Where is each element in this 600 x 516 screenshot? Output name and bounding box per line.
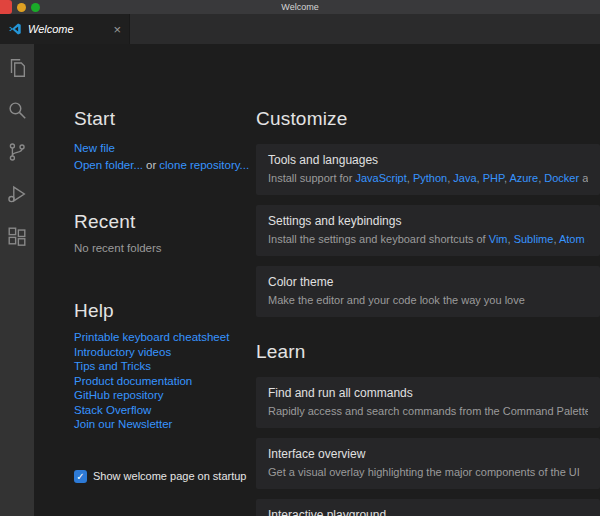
text-segment: a... [585,233,588,245]
text-segment: an... [579,172,588,184]
tab-welcome[interactable]: Welcome × [0,14,130,44]
titlebar: Welcome [0,0,600,14]
card-description: Rapidly access and search commands from … [268,404,588,418]
card-interactive-playground[interactable]: Interactive playground Try out essential… [256,499,600,516]
customize-heading: Customize [256,108,600,130]
startup-option: ✓ Show welcome page on startup [74,470,256,483]
inline-link[interactable]: Vim [489,233,508,245]
activity-bar [0,44,34,516]
card-find-run-commands[interactable]: Find and run all commands Rapidly access… [256,377,600,428]
new-file-link[interactable]: New file [74,140,115,156]
no-recent-folders-text: No recent folders [74,242,256,254]
search-icon [6,99,28,121]
text-segment: Install the settings and keyboard shortc… [268,233,489,245]
source-control-button[interactable] [5,140,29,164]
help-link-github-repository[interactable]: GitHub repository [74,389,256,403]
inline-link[interactable]: Atom [559,233,585,245]
search-button[interactable] [5,98,29,122]
help-link-keyboard-cheatsheet[interactable]: Printable keyboard cheatsheet [74,331,256,345]
open-folder-link[interactable]: Open folder... [74,157,143,173]
card-title: Interface overview [268,447,588,461]
tab-close-icon[interactable]: × [113,23,121,36]
help-link-product-documentation[interactable]: Product documentation [74,375,256,389]
help-link-join-newsletter[interactable]: Join our Newsletter [74,418,256,432]
show-welcome-checkbox[interactable]: ✓ [74,470,87,483]
card-title: Settings and keybindings [268,214,588,228]
inline-link[interactable]: Java [453,172,476,184]
help-link-tips-and-tricks[interactable]: Tips and Tricks [74,360,256,374]
show-welcome-label: Show welcome page on startup [93,470,246,482]
card-title: Interactive playground [268,508,588,516]
card-description: Install the settings and keyboard shortc… [268,232,588,246]
inline-link[interactable]: Azure [509,172,538,184]
inline-link[interactable]: Sublime [514,233,554,245]
card-interface-overview[interactable]: Interface overview Get a visual overlay … [256,438,600,489]
inline-link[interactable]: Python [413,172,447,184]
card-title: Tools and languages [268,153,588,167]
vscode-logo-icon [8,22,22,36]
card-title: Color theme [268,275,588,289]
explorer-icon [6,57,28,79]
close-window-button[interactable] [0,0,12,14]
minimize-window-button[interactable] [17,3,26,12]
start-heading: Start [74,108,256,130]
vscode-window: Welcome Welcome × [0,0,600,516]
window-title: Welcome [0,0,600,14]
card-description: Get a visual overlay highlighting the ma… [268,465,588,479]
card-settings-and-keybindings[interactable]: Settings and keybindings Install the set… [256,205,600,256]
card-tools-and-languages[interactable]: Tools and languages Install support for … [256,144,600,195]
welcome-left-column: Start New file Open folder...orclone rep… [74,108,256,516]
card-description: Make the editor and your code look the w… [268,293,588,307]
card-title: Find and run all commands [268,386,588,400]
tab-label: Welcome [28,23,74,35]
help-link-introductory-videos[interactable]: Introductory videos [74,346,256,360]
card-description: Install support for JavaScript, Python, … [268,171,588,185]
card-color-theme[interactable]: Color theme Make the editor and your cod… [256,266,600,317]
welcome-page: Start New file Open folder...orclone rep… [34,44,600,516]
text-segment: Make the editor and your code look the w… [268,294,525,306]
inline-link[interactable]: Docker [544,172,579,184]
learn-heading: Learn [256,341,600,363]
or-text: or [146,159,156,171]
extensions-icon [6,225,28,247]
zoom-window-button[interactable] [31,3,40,12]
welcome-right-column: Customize Tools and languages Install su… [256,108,600,516]
text-segment: Install support for [268,172,355,184]
recent-heading: Recent [74,211,256,233]
source-control-icon [6,141,28,163]
run-debug-button[interactable] [5,182,29,206]
inline-link[interactable]: PHP [483,172,504,184]
text-segment: Rapidly access and search commands from … [268,405,588,417]
inline-link[interactable]: JavaScript [355,172,406,184]
window-controls [0,0,40,14]
clone-repository-link[interactable]: clone repository... [159,157,249,173]
help-heading: Help [74,300,256,322]
text-segment: Get a visual overlay highlighting the ma… [268,466,580,478]
workbench: Start New file Open folder...orclone rep… [0,44,600,516]
help-link-stack-overflow[interactable]: Stack Overflow [74,404,256,418]
tab-bar: Welcome × [0,14,600,44]
extensions-button[interactable] [5,224,29,248]
explorer-button[interactable] [5,56,29,80]
run-debug-icon [6,183,28,205]
